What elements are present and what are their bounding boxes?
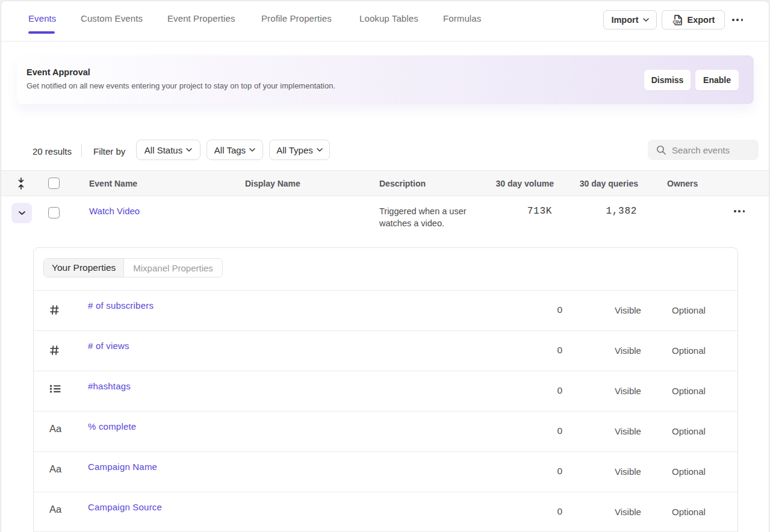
svg-text:CSV: CSV <box>672 20 681 24</box>
